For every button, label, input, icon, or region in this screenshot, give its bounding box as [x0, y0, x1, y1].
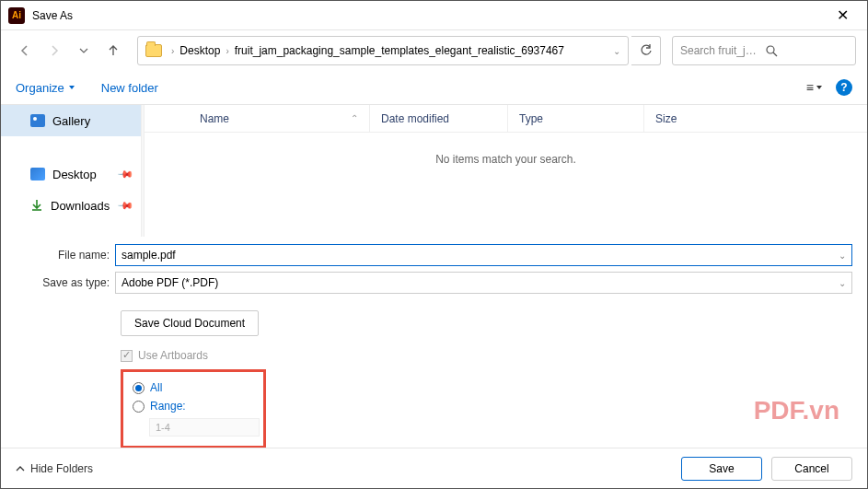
chevron-up-icon [16, 464, 25, 473]
address-bar[interactable]: › Desktop › fruit_jam_packaging_sample_t… [137, 36, 629, 65]
form-area: File name: sample.pdf⌄ Save as type: Ado… [1, 237, 867, 307]
sidebar-item-label: Downloads [51, 199, 110, 213]
nav-bar: › Desktop › fruit_jam_packaging_sample_t… [1, 30, 867, 71]
radio-all[interactable]: All [133, 381, 249, 394]
chevron-down-icon[interactable]: ⌄ [613, 46, 620, 56]
search-input[interactable]: Search fruit_jam_packaging... [672, 36, 856, 65]
filetype-label: Save as type: [16, 276, 115, 289]
highlighted-options: All Range: 1-4 [121, 369, 266, 448]
sidebar-item-label: Desktop [52, 168, 97, 181]
back-button[interactable] [12, 38, 38, 64]
radio-label: Range: [150, 400, 186, 413]
save-button[interactable]: Save [681, 457, 762, 481]
sidebar-item-label: Gallery [52, 114, 90, 128]
organize-button[interactable]: Organize [16, 81, 75, 95]
filename-label: File name: [16, 249, 115, 262]
main-area: Gallery Desktop 📌 Downloads 📌 Name⌃ Date… [1, 104, 867, 237]
help-button[interactable]: ? [836, 79, 852, 96]
save-cloud-button[interactable]: Save Cloud Document [121, 310, 259, 336]
search-placeholder: Search fruit_jam_packaging... [680, 44, 762, 57]
chevron-down-icon[interactable]: ⌄ [839, 250, 846, 261]
view-options-button[interactable]: ≡ [806, 80, 823, 95]
file-list: Name⌃ Date modified Type Size No items m… [145, 105, 867, 237]
column-size[interactable]: Size [644, 105, 867, 132]
svg-line-1 [773, 52, 777, 56]
app-icon: Ai [8, 7, 25, 24]
hide-folders-button[interactable]: Hide Folders [16, 462, 93, 475]
radio-icon [133, 382, 145, 394]
range-input[interactable]: 1-4 [149, 418, 260, 437]
gallery-icon [30, 114, 45, 127]
column-name[interactable]: Name⌃ [145, 105, 370, 132]
filetype-select[interactable]: Adobe PDF (*.PDF)⌄ [115, 272, 852, 294]
forward-button[interactable] [41, 38, 67, 64]
column-type[interactable]: Type [508, 105, 644, 132]
new-folder-button[interactable]: New folder [101, 81, 158, 95]
sidebar-item-downloads[interactable]: Downloads 📌 [1, 190, 141, 221]
up-button[interactable] [100, 38, 126, 64]
chevron-right-icon: › [169, 46, 176, 56]
filename-input[interactable]: sample.pdf⌄ [115, 244, 852, 266]
close-button[interactable]: ✕ [826, 3, 860, 28]
radio-label: All [150, 381, 162, 394]
titlebar: Ai Save As ✕ [1, 1, 867, 30]
chevron-down-icon[interactable]: ⌄ [839, 278, 846, 288]
column-headers: Name⌃ Date modified Type Size [145, 105, 867, 133]
refresh-button[interactable] [631, 36, 661, 65]
filetype-row: Save as type: Adobe PDF (*.PDF)⌄ [16, 272, 852, 294]
sidebar: Gallery Desktop 📌 Downloads 📌 [1, 105, 141, 237]
footer: Hide Folders Save Cancel [1, 448, 867, 488]
cancel-button[interactable]: Cancel [771, 457, 852, 481]
sidebar-item-desktop[interactable]: Desktop 📌 [1, 158, 141, 190]
empty-message: No items match your search. [145, 133, 867, 166]
breadcrumb-item[interactable]: fruit_jam_packaging_sample_templates_ele… [231, 44, 568, 57]
toolbar: Organize New folder ≡ ? [1, 71, 867, 104]
desktop-icon [30, 168, 45, 180]
recent-dropdown[interactable] [71, 38, 97, 64]
folder-icon [145, 44, 162, 57]
dialog-title: Save As [32, 9, 73, 22]
breadcrumb-item[interactable]: Desktop [176, 44, 224, 57]
chevron-right-icon: › [224, 46, 230, 56]
downloads-icon [30, 199, 43, 212]
filename-row: File name: sample.pdf⌄ [16, 244, 852, 266]
pin-icon: 📌 [116, 196, 133, 214]
radio-range[interactable]: Range: [133, 400, 249, 413]
sort-indicator-icon: ⌃ [351, 113, 358, 123]
search-icon [766, 45, 848, 57]
radio-icon [133, 401, 145, 413]
watermark: PDF.vn [754, 396, 839, 425]
pin-icon: 📌 [116, 165, 133, 182]
column-date[interactable]: Date modified [370, 105, 508, 132]
svg-point-0 [767, 46, 774, 53]
options-area: Save Cloud Document Use Artboards All Ra… [1, 307, 867, 448]
sidebar-item-gallery[interactable]: Gallery [1, 105, 141, 136]
